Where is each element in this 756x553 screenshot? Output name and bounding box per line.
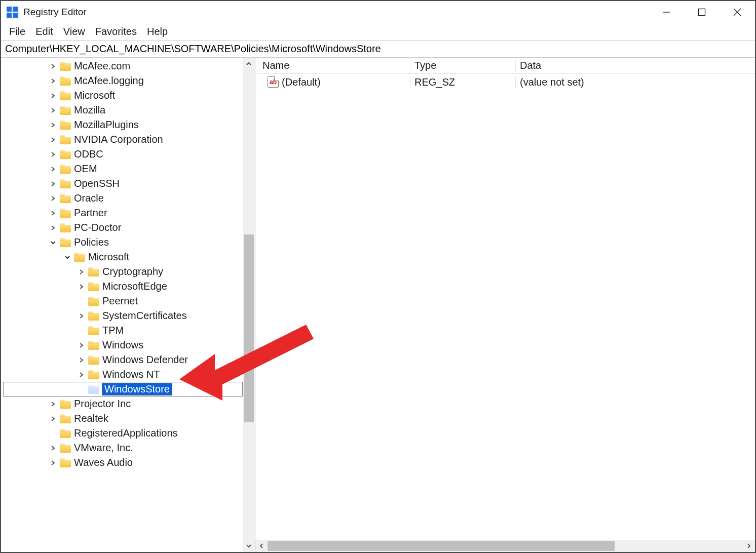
maximize-button[interactable] xyxy=(684,1,720,23)
folder-icon xyxy=(88,356,99,365)
tree-node[interactable]: McAfee.logging xyxy=(3,73,243,88)
main-split: McAfee.comMcAfee.loggingMicrosoftMozilla… xyxy=(1,58,755,552)
chevron-right-icon[interactable] xyxy=(49,444,58,453)
scroll-left-icon[interactable] xyxy=(255,540,268,552)
chevron-right-icon[interactable] xyxy=(49,414,58,423)
chevron-right-icon[interactable] xyxy=(49,209,58,218)
tree-node-label: Windows NT xyxy=(102,369,160,380)
tree-node-label: McAfee.logging xyxy=(74,75,144,87)
scrollbar-thumb[interactable] xyxy=(244,234,254,422)
chevron-right-icon[interactable] xyxy=(77,267,86,276)
tree-node[interactable]: Peernet xyxy=(3,294,243,308)
chevron-right-icon[interactable] xyxy=(49,194,58,203)
chevron-right-icon[interactable] xyxy=(77,341,86,350)
folder-icon xyxy=(60,62,71,71)
tree-node[interactable]: Microsoft xyxy=(3,250,243,264)
chevron-right-icon[interactable] xyxy=(77,311,86,321)
column-header-type[interactable]: Type xyxy=(410,60,516,71)
tree-vertical-scrollbar[interactable] xyxy=(243,58,255,552)
chevron-right-icon[interactable] xyxy=(49,400,58,409)
chevron-right-icon[interactable] xyxy=(49,165,58,174)
menu-help[interactable]: Help xyxy=(142,24,173,40)
tree-node[interactable]: SystemCertificates xyxy=(3,308,243,323)
tree-node-label[interactable]: WindowsStore xyxy=(102,383,172,395)
values-columns-header[interactable]: Name Type Data xyxy=(255,58,755,74)
tree-node[interactable]: Oracle xyxy=(3,191,243,206)
tree-node[interactable]: MozillaPlugins xyxy=(3,117,243,132)
folder-icon xyxy=(60,444,71,453)
chevron-right-icon[interactable] xyxy=(49,62,58,71)
tree-node[interactable]: Partner xyxy=(3,206,243,220)
tree-node-label: McAfee.com xyxy=(74,60,130,72)
tree-node[interactable]: Projector Inc xyxy=(3,397,243,411)
values-list[interactable]: ab(Default)REG_SZ(value not set) xyxy=(255,74,755,540)
folder-icon xyxy=(60,135,71,144)
chevron-right-icon[interactable] xyxy=(77,356,86,365)
folder-icon xyxy=(60,458,71,467)
chevron-right-icon[interactable] xyxy=(49,135,58,144)
chevron-right-icon[interactable] xyxy=(77,282,86,291)
tree-node[interactable]: Windows NT xyxy=(3,367,243,382)
tree-node[interactable]: WindowsStore xyxy=(3,382,243,397)
tree-node[interactable]: Policies xyxy=(3,235,243,250)
tree-node[interactable]: TPM xyxy=(3,323,243,338)
folder-icon xyxy=(60,121,71,130)
tree-node[interactable]: Cryptography xyxy=(3,264,243,279)
tree-node[interactable]: Mozilla xyxy=(3,103,243,117)
tree-node-label: ODBC xyxy=(74,148,103,160)
value-row[interactable]: ab(Default)REG_SZ(value not set) xyxy=(255,74,755,90)
tree-node[interactable]: RegisteredApplications xyxy=(3,426,243,441)
tree-node[interactable]: Windows Defender xyxy=(3,352,243,367)
tree-node[interactable]: Microsoft xyxy=(3,88,243,103)
tree-node[interactable]: Windows xyxy=(3,338,243,352)
tree-node[interactable]: McAfee.com xyxy=(3,59,243,73)
tree-view[interactable]: McAfee.comMcAfee.loggingMicrosoftMozilla… xyxy=(1,58,243,552)
folder-icon xyxy=(60,150,71,159)
tree-node[interactable]: MicrosoftEdge xyxy=(3,279,243,294)
scrollbar-track[interactable] xyxy=(243,70,255,540)
chevron-right-icon[interactable] xyxy=(49,106,58,115)
tree-node[interactable]: ODBC xyxy=(3,147,243,162)
column-header-name[interactable]: Name xyxy=(255,60,410,71)
folder-icon xyxy=(60,209,71,218)
scroll-up-icon[interactable] xyxy=(243,58,255,70)
hscrollbar-track[interactable] xyxy=(268,540,743,552)
tree-node-label: MicrosoftEdge xyxy=(102,281,167,292)
column-header-data[interactable]: Data xyxy=(516,60,755,71)
menu-file[interactable]: File xyxy=(4,24,30,40)
tree-node[interactable]: Waves Audio xyxy=(3,455,243,470)
tree-node-label: Cryptography xyxy=(102,266,163,278)
scroll-down-icon[interactable] xyxy=(243,540,255,552)
chevron-right-icon[interactable] xyxy=(49,121,58,130)
tree-node-label: Peernet xyxy=(102,295,138,307)
tree-node[interactable]: VMware, Inc. xyxy=(3,441,243,455)
scroll-right-icon[interactable] xyxy=(743,540,755,552)
string-value-icon: ab xyxy=(268,76,279,88)
tree-node[interactable]: NVIDIA Corporation xyxy=(3,132,243,147)
chevron-right-icon[interactable] xyxy=(49,91,58,100)
address-input[interactable] xyxy=(1,41,755,57)
chevron-right-icon[interactable] xyxy=(77,370,86,379)
tree-node[interactable]: OEM xyxy=(3,162,243,176)
folder-icon xyxy=(60,91,71,100)
tree-node[interactable]: PC-Doctor xyxy=(3,220,243,235)
menu-favorites[interactable]: Favorites xyxy=(90,24,142,40)
tree-node-label: RegisteredApplications xyxy=(74,427,178,439)
chevron-right-icon[interactable] xyxy=(49,76,58,86)
registry-editor-window: Registry Editor File Edit View Favorites… xyxy=(0,0,756,553)
close-button[interactable] xyxy=(720,1,755,23)
chevron-right-icon[interactable] xyxy=(49,458,58,467)
chevron-down-icon[interactable] xyxy=(49,238,58,247)
menu-view[interactable]: View xyxy=(58,24,90,40)
chevron-right-icon[interactable] xyxy=(49,150,58,159)
chevron-down-icon[interactable] xyxy=(63,253,72,262)
chevron-right-icon[interactable] xyxy=(49,223,58,232)
values-horizontal-scrollbar[interactable] xyxy=(255,540,755,552)
chevron-right-icon[interactable] xyxy=(49,179,58,188)
minimize-button[interactable] xyxy=(649,1,684,23)
menu-edit[interactable]: Edit xyxy=(30,24,58,40)
tree-node-label: MozillaPlugins xyxy=(74,119,139,131)
hscrollbar-thumb[interactable] xyxy=(268,541,615,551)
tree-node[interactable]: Realtek xyxy=(3,411,243,426)
tree-node[interactable]: OpenSSH xyxy=(3,176,243,191)
